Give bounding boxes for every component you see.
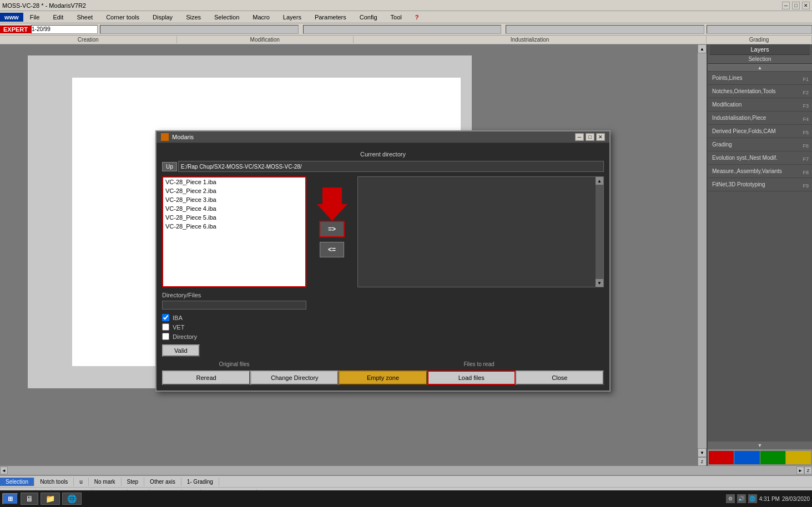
dialog-left-column: VC-28_Piece 1.iba VC-28_Piece 2.iba VC-2… [162, 176, 306, 357]
scroll-down-btn[interactable]: ▼ [698, 448, 707, 457]
taskbar-app-1[interactable]: 🖥 [21, 493, 38, 505]
right-panel-item-points-lines[interactable]: Points,Lines F1 [708, 72, 812, 85]
scroll-right-btn[interactable]: ► [796, 467, 804, 474]
scroll-left-btn[interactable]: ◄ [0, 467, 8, 474]
change-directory-button[interactable]: Change Directory [250, 371, 339, 385]
dialog-minimize-btn[interactable]: ─ [575, 133, 584, 141]
selection-status[interactable]: Selection [0, 478, 34, 486]
right-list-scrollbar[interactable]: ▲ ▼ [596, 177, 603, 287]
category-row: Creation Modification Industrialization … [0, 36, 812, 44]
dialog-right-column: ▲ ▼ [357, 176, 604, 357]
dir-label: Directory/Files [162, 292, 251, 298]
right-panel-sub: Selection [708, 55, 812, 64]
right-panel-item-derived[interactable]: Derived Piece,Folds,CAM F5 [708, 125, 812, 138]
swatch-red [709, 451, 734, 464]
status-bar-1: Selection Notch tools u No mark Step Oth… [0, 475, 812, 487]
menu-display[interactable]: Display [146, 13, 179, 22]
menu-edit[interactable]: Edit [46, 13, 70, 22]
right-section-label: Files to read [354, 361, 604, 367]
expert-badge: EXPERT [0, 26, 31, 33]
checkbox-iba-input[interactable] [162, 314, 169, 321]
reread-button[interactable]: Reread [162, 371, 250, 385]
dialog-path-input[interactable] [178, 161, 604, 172]
arrow-down-icon [317, 187, 347, 221]
checkbox-vet-label: VET [173, 324, 184, 331]
right-panel-item-notches[interactable]: Notches,Orientation,Tools F2 [708, 85, 812, 98]
right-panel-item-measure[interactable]: Measure.,Assembly,Variants F8 [708, 165, 812, 178]
file-list-right[interactable]: ▲ ▼ [357, 176, 604, 287]
scroll-zoom-btn[interactable]: Z [698, 457, 707, 466]
progress-bar-4 [707, 25, 812, 34]
menu-config[interactable]: Config [353, 13, 384, 22]
right-panel-item-modification[interactable]: Modification F3 [708, 98, 812, 111]
taskbar-app-3[interactable]: 🌐 [62, 493, 82, 505]
load-files-button[interactable]: Load files [427, 371, 516, 385]
right-panel-item-grading[interactable]: Grading F6 [708, 138, 812, 151]
file-item[interactable]: VC-28_Piece 3.iba [163, 195, 305, 204]
file-item[interactable]: VC-28_Piece 2.iba [163, 186, 305, 195]
menu-sizes[interactable]: Sizes [179, 13, 208, 22]
file-item[interactable]: VC-28_Piece 4.iba [163, 204, 305, 213]
taskbar-app-2[interactable]: 📁 [41, 493, 60, 505]
dialog-close-btn[interactable]: ✕ [596, 133, 605, 141]
menu-sheet[interactable]: Sheet [70, 13, 99, 22]
scroll-track-h [8, 467, 796, 474]
dialog-title-controls[interactable]: ─ □ ✕ [575, 133, 605, 141]
section-labels: Original files Files to read [162, 361, 604, 367]
menu-tool[interactable]: Tool [384, 13, 408, 22]
right-scroll-up[interactable]: ▲ [596, 177, 603, 185]
arrow-right-button[interactable]: => [319, 221, 345, 237]
tray-icon-3: 🌐 [748, 494, 757, 503]
menu-layers[interactable]: Layers [276, 13, 308, 22]
scroll-up-btn[interactable]: ▲ [698, 44, 707, 53]
menu-macro[interactable]: Macro [246, 13, 276, 22]
dir-filter-input[interactable] [162, 301, 306, 310]
right-panel-item-industrialisation[interactable]: Industrialisation,Piece F4 [708, 111, 812, 125]
file-item[interactable]: VC-28_Piece 6.iba [163, 222, 305, 231]
dialog-title: Modaris [172, 134, 194, 140]
menu-selection[interactable]: Selection [208, 13, 246, 22]
menu-parameters[interactable]: Parameters [308, 13, 353, 22]
right-panel-item-fitnet[interactable]: FitNet,3D Prototyping F9 [708, 178, 812, 191]
progress-bar-3 [506, 25, 704, 34]
canvas-scrollbar-right[interactable]: ▲ ▼ Z [698, 44, 707, 466]
range-input[interactable] [31, 25, 98, 34]
checkbox-directory-input[interactable] [162, 333, 169, 340]
dialog-modaris: Modaris ─ □ ✕ Current directory Up [155, 130, 611, 392]
title-controls[interactable]: ─ □ ✕ [782, 2, 810, 9]
right-scroll-down[interactable]: ▼ [596, 279, 603, 287]
file-item[interactable]: VC-28_Piece 5.iba [163, 213, 305, 222]
minimize-button[interactable]: ─ [782, 2, 790, 9]
dialog-maximize-btn[interactable]: □ [586, 133, 594, 141]
maximize-button[interactable]: □ [792, 2, 800, 9]
close-button-dialog[interactable]: Close [516, 371, 604, 385]
step-status: Step [122, 478, 145, 486]
menu-help[interactable]: ? [408, 13, 426, 22]
start-button[interactable]: ⊞ [2, 493, 18, 505]
taskbar-time: 4:31 PM [759, 496, 780, 502]
right-panel-scroll-down[interactable]: ▼ [708, 442, 812, 449]
menu-file[interactable]: File [23, 13, 47, 22]
checkbox-vet-input[interactable] [162, 323, 169, 331]
close-button[interactable]: ✕ [802, 2, 810, 9]
dir-files-section: Directory/Files IBA VET [162, 292, 306, 357]
main-menu: www File Edit Sheet Corner tools Display… [0, 11, 812, 23]
checkbox-vet: VET [162, 322, 306, 332]
progress-bar [100, 25, 299, 34]
right-panel-item-evolution[interactable]: Evolution syst.,Nest Modif. F7 [708, 151, 812, 165]
taskbar: ⊞ 🖥 📁 🌐 ⚙ 🔊 🌐 4:31 PM 28/03/2020 [0, 490, 812, 507]
scroll-corner: Z [804, 467, 812, 474]
file-item[interactable]: VC-28_Piece 1.iba [163, 178, 305, 186]
bottom-scrollbar[interactable]: ◄ ► Z [0, 466, 812, 475]
canvas-area: ▲ ▼ Z Modaris ─ □ ✕ Current directory [0, 44, 707, 466]
right-panel-scroll-up[interactable]: ▲ [708, 64, 812, 72]
no-mark-status: No mark [89, 478, 122, 486]
menu-corner-tools[interactable]: Corner tools [99, 13, 146, 22]
empty-zone-button[interactable]: Empty zone [339, 371, 427, 385]
arrow-left-button[interactable]: <= [320, 242, 344, 257]
dialog-path-row: Up [162, 161, 604, 172]
dialog-up-button[interactable]: Up [162, 162, 177, 171]
valid-button[interactable]: Valid [162, 344, 200, 357]
file-list-left[interactable]: VC-28_Piece 1.iba VC-28_Piece 2.iba VC-2… [162, 176, 306, 287]
menu-www[interactable]: www [0, 13, 23, 22]
